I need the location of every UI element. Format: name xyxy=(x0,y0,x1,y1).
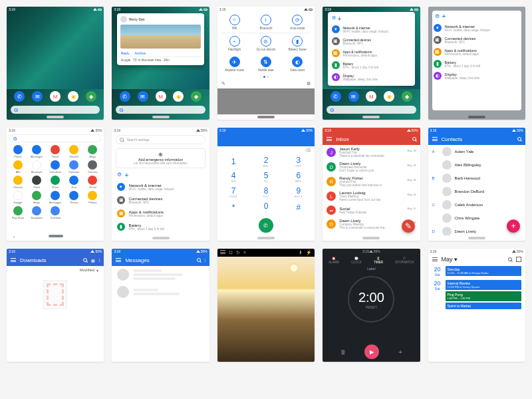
contact-row[interactable]: BBarb Harwood xyxy=(428,172,525,185)
search-button[interactable] xyxy=(517,137,521,141)
settings-row[interactable]: ▣Connected devicesBluetooth, NFC xyxy=(432,34,521,46)
crop-icon[interactable]: ⊡ xyxy=(229,250,233,255)
inbox-row[interactable]: R Randy FisherAndroid P kitThey just add… xyxy=(323,174,420,189)
qs-battery-saver[interactable]: ▮Battery Saver xyxy=(283,36,312,51)
tab-alarm[interactable]: ⏰ALARM xyxy=(329,257,339,264)
app-gmail[interactable]: Gmail xyxy=(84,176,101,189)
settings-row[interactable]: ▮Battery87% - about 1 day, 6 hr left xyxy=(331,59,413,71)
app-gmail[interactable]: Gmail xyxy=(47,145,64,158)
add-icon[interactable]: + xyxy=(442,13,446,20)
contact-row[interactable]: Alex Billingsley xyxy=(428,158,525,172)
settings-row[interactable]: ▦Apps & notificationsPermissions, defaul… xyxy=(432,46,521,58)
app-photos[interactable]: Photos xyxy=(84,191,101,204)
app-clock[interactable]: Clock xyxy=(28,176,45,189)
dial-key-7[interactable]: 7PQRS xyxy=(217,185,250,200)
rotate-icon[interactable]: ↻ xyxy=(236,250,240,255)
google-search-bar[interactable]: G xyxy=(11,106,100,114)
reply-button[interactable]: Reply xyxy=(121,51,130,55)
nav-pill[interactable] xyxy=(257,116,275,118)
dock-gmail[interactable]: M xyxy=(156,91,166,102)
add-contact-fab[interactable]: + xyxy=(507,219,520,233)
overflow-button[interactable] xyxy=(205,259,205,262)
settings-row[interactable]: ▣Connected devicesBluetooth, NFC xyxy=(331,35,413,47)
settings-row[interactable]: ▮Battery87% - about 1 day, 6 hr left xyxy=(432,58,521,70)
start-timer-fab[interactable]: ▶ xyxy=(364,344,379,359)
tab-timer[interactable]: ⏳TIMER xyxy=(374,257,383,264)
settings-row[interactable]: ◐DisplayWallpaper, sleep, font size xyxy=(112,233,209,235)
dock-chrome[interactable]: ◉ xyxy=(68,91,78,102)
search-settings[interactable]: Search settings xyxy=(116,135,205,144)
inbox-row[interactable]: L Lauren LudwigClient MeetingHere's some… xyxy=(323,189,420,203)
inbox-row[interactable]: J Jason KellyPaintball TripThere is a pa… xyxy=(323,145,420,160)
google-search-bar[interactable]: G xyxy=(116,106,205,114)
archive-button[interactable]: Archive xyxy=(135,51,146,55)
calendar-event[interactable]: Internal Review12:00 PM at Victory Squar… xyxy=(446,280,521,290)
app-phone[interactable]: Phone xyxy=(65,191,82,204)
dial-key-0[interactable]: 0+ xyxy=(250,200,283,215)
dock-phone[interactable]: ✆ xyxy=(14,91,25,102)
add-icon[interactable]: + xyxy=(338,15,342,23)
settings-icon[interactable]: ⚙ xyxy=(435,13,440,19)
contact-row[interactable]: CCaleb Anderson xyxy=(428,198,525,211)
timer-reset[interactable]: RESET xyxy=(366,305,377,309)
photo-preview[interactable] xyxy=(217,257,315,362)
compose-fab[interactable]: ✎ xyxy=(402,219,415,233)
qs-rotate[interactable]: ⟳Auto-rotate xyxy=(283,15,312,30)
tab-stopwatch[interactable]: ⏱STOPWATCH xyxy=(395,257,414,264)
calendar-event[interactable]: Ping Pong1:00 PM – 1:30 PM xyxy=(446,291,521,301)
menu-button[interactable] xyxy=(116,258,121,262)
inbox-row[interactable]: •• SocialNew Twitter Follower May 15☆ xyxy=(323,203,420,217)
search-button[interactable] xyxy=(83,258,87,262)
app-chrome[interactable]: Chrome xyxy=(65,145,82,158)
qs-airplane[interactable]: ✈Airplane mode xyxy=(220,57,249,72)
search-apps-bar[interactable]: G xyxy=(9,134,101,142)
google-search-bar[interactable]: G xyxy=(327,106,416,114)
nav-pill[interactable] xyxy=(47,116,64,118)
app-camera[interactable]: Camera xyxy=(84,160,101,174)
edit-icon[interactable]: ✎ xyxy=(221,81,225,86)
qs-flashlight[interactable]: ⌁Flashlight xyxy=(220,36,249,51)
app-drive[interactable]: Drive xyxy=(47,176,64,189)
timer-label[interactable]: Label xyxy=(367,267,375,271)
dock-messages[interactable]: ✉ xyxy=(32,91,43,102)
app-maps[interactable]: Maps xyxy=(28,191,45,204)
settings-row[interactable]: ▣Connected devicesBluetooth, NFC xyxy=(112,194,209,207)
grid-view-button[interactable]: ▦ xyxy=(91,258,95,263)
menu-button[interactable] xyxy=(432,137,438,141)
message-item[interactable] xyxy=(112,283,209,301)
dial-key-6[interactable]: 6MNO xyxy=(282,169,315,184)
settings-row[interactable]: ◐DisplayWallpaper, sleep, font size xyxy=(331,71,413,83)
contact-row[interactable]: Brandon DeBord xyxy=(428,185,525,198)
dial-key-9[interactable]: 9WXYZ xyxy=(282,185,315,200)
menu-button[interactable] xyxy=(11,258,16,262)
dial-key-8[interactable]: 8TUV xyxy=(250,185,283,200)
qs-dnd[interactable]: ⊘Do not disturb xyxy=(251,36,280,51)
dock-gmail[interactable]: M xyxy=(50,91,61,102)
settings-row[interactable]: ▾Network & internetWi-Fi, mobile, data u… xyxy=(112,180,209,194)
search-button[interactable] xyxy=(197,258,201,262)
app-duo[interactable]: Duo xyxy=(65,176,82,189)
notification-card[interactable]: Henry Dan Reply Archive Google · 75° in … xyxy=(117,13,205,65)
dial-key-*[interactable]: * xyxy=(217,200,250,215)
contact-row[interactable]: AAdam Yale xyxy=(428,145,525,158)
dial-key-#[interactable]: # xyxy=(282,200,315,215)
nav-back[interactable]: ‹ xyxy=(13,235,15,239)
settings-row[interactable]: ▾Network & internetWi-Fi, mobile, data u… xyxy=(331,23,413,35)
app-messages[interactable]: Messages xyxy=(47,191,64,204)
overflow-button[interactable] xyxy=(99,259,100,262)
settings-peek-card[interactable]: ⚙+ ▾Network & internetWi-Fi, mobile, dat… xyxy=(328,12,416,86)
qs-mobile-data[interactable]: ⇅Mobile data xyxy=(251,57,280,72)
calendar-event[interactable]: Standup11:00 – 11:30 AM at Design Studio xyxy=(446,266,521,276)
app-google[interactable]: Google xyxy=(9,191,27,204)
app-allo[interactable]: Allo xyxy=(9,160,27,174)
search-button[interactable] xyxy=(412,137,416,141)
settings-row[interactable]: ▦Apps & notificationsPermissions, defaul… xyxy=(112,207,209,220)
today-button[interactable] xyxy=(516,257,521,262)
calendar-event[interactable]: Sprint to Market xyxy=(446,303,521,309)
notif-weather-row[interactable]: Google · 75° in Mountain View · 28m xyxy=(119,57,203,63)
nav-pill[interactable] xyxy=(362,116,380,118)
dock-chrome[interactable]: ◉ xyxy=(173,91,184,102)
menu-button[interactable] xyxy=(432,257,438,261)
settings-row[interactable]: ▮Battery87% - about 1 day, 6 hr left xyxy=(112,220,209,233)
calendar-month[interactable]: May ▾ xyxy=(442,256,504,263)
